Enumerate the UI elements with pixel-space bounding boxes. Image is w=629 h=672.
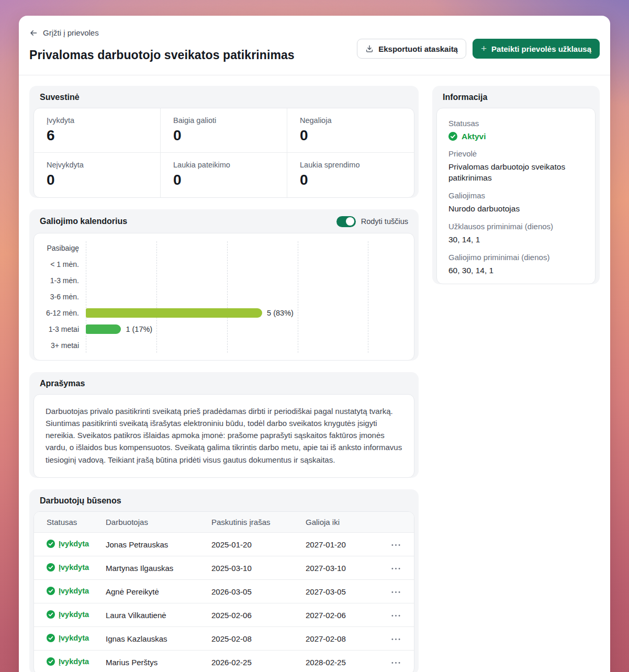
summary-grid: Įvykdyta 6 Baigia galioti 0 Negalioja 0 … bbox=[34, 108, 414, 197]
check-circle-icon bbox=[47, 657, 55, 666]
info-field-value: Aktyvi bbox=[448, 131, 583, 142]
chart-bar-row: 1 (17%) bbox=[86, 321, 412, 338]
valid-until-cell: 2027-03-05 bbox=[306, 580, 381, 603]
table-row[interactable]: Įvykdyta Martynas Ilgauskas 2025-03-10 2… bbox=[34, 556, 414, 580]
employee-statuses-table: Statusas Darbuotojas Paskutinis įrašas G… bbox=[34, 512, 414, 672]
left-column: Suvestinė Įvykdyta 6 Baigia galioti 0 Ne… bbox=[29, 86, 419, 672]
information-panel: Statusas Aktyvi Prievolė Privalomas darb… bbox=[436, 108, 596, 285]
chart-bar[interactable] bbox=[86, 324, 121, 334]
chart-bar-row bbox=[86, 338, 412, 354]
info-field: Galiojimas Nurodo darbuotojas bbox=[437, 184, 595, 215]
employee-name-cell: Ignas Kazlauskas bbox=[106, 627, 211, 651]
check-circle-icon bbox=[47, 610, 55, 619]
check-circle-icon bbox=[47, 563, 55, 572]
plus-icon: + bbox=[481, 43, 487, 53]
check-circle-icon bbox=[47, 540, 55, 548]
summary-stat-value: 0 bbox=[173, 173, 274, 187]
header-actions: Eksportuoti ataskaitą + Pateikti prievol… bbox=[357, 39, 600, 59]
summary-stat-label: Neįvykdyta bbox=[47, 161, 148, 169]
info-field-label: Galiojimas bbox=[448, 191, 583, 200]
export-report-label: Eksportuoti ataskaitą bbox=[378, 44, 458, 53]
show-empty-toggle-label: Rodyti tuščius bbox=[361, 217, 408, 226]
chart-bar[interactable] bbox=[86, 308, 262, 318]
row-menu-button[interactable] bbox=[389, 587, 402, 597]
summary-stat-value: 0 bbox=[173, 128, 274, 143]
status-badge-label: Įvykdyta bbox=[59, 657, 89, 666]
chart-category-label: 1-3 metai bbox=[34, 321, 86, 338]
export-report-button[interactable]: Eksportuoti ataskaitą bbox=[357, 39, 466, 59]
validity-calendar-section: Galiojimo kalendorius Rodyti tuščius Pas… bbox=[29, 209, 419, 361]
row-menu-button[interactable] bbox=[389, 634, 402, 644]
row-menu-button[interactable] bbox=[389, 540, 402, 550]
table-row[interactable]: Įvykdyta Ignas Kazlauskas 2025-02-08 202… bbox=[34, 627, 414, 651]
chart-category-label: 6-12 mėn. bbox=[34, 305, 86, 321]
chart-plot-area: 5 (83%)1 (17%) bbox=[86, 240, 412, 354]
status-badge-label: Įvykdyta bbox=[59, 610, 89, 619]
info-field-value: 30, 14, 1 bbox=[448, 234, 583, 245]
summary-stat-cell: Neįvykdyta 0 bbox=[34, 153, 161, 197]
submit-obligation-request-label: Pateikti prievolės užklausą bbox=[491, 44, 591, 53]
employee-statuses-section: Darbuotojų būsenos Statusas Darbuotojas … bbox=[29, 489, 419, 672]
ellipsis-icon bbox=[391, 638, 400, 641]
validity-calendar-title: Galiojimo kalendorius bbox=[40, 217, 127, 226]
summary-stat-label: Laukia sprendimo bbox=[300, 161, 401, 169]
check-circle-icon bbox=[448, 132, 457, 141]
status-badge-label: Įvykdyta bbox=[59, 563, 89, 572]
status-badge-label: Įvykdyta bbox=[59, 587, 89, 595]
chart-bar-row bbox=[86, 273, 412, 289]
info-field-value: Privalomas darbuotojo sveikatos patikrin… bbox=[448, 162, 583, 184]
valid-until-cell: 2028-02-25 bbox=[306, 651, 381, 672]
table-row[interactable]: Įvykdyta Marius Perštys 2026-02-25 2028-… bbox=[34, 651, 414, 672]
summary-stat-value: 0 bbox=[47, 173, 148, 187]
table-row[interactable]: Įvykdyta Agnė Pereikytė 2026-03-05 2027-… bbox=[34, 580, 414, 603]
last-record-cell: 2026-03-05 bbox=[211, 580, 306, 603]
ellipsis-icon bbox=[391, 567, 400, 570]
employee-statuses-title: Darbuotojų būsenos bbox=[40, 496, 121, 506]
summary-stat-cell: Laukia sprendimo 0 bbox=[287, 153, 414, 197]
summary-section: Suvestinė Įvykdyta 6 Baigia galioti 0 Ne… bbox=[29, 86, 419, 198]
row-menu-button[interactable] bbox=[389, 563, 402, 574]
row-menu-button[interactable] bbox=[389, 610, 402, 621]
last-record-cell: 2025-02-08 bbox=[211, 627, 306, 651]
check-circle-icon bbox=[47, 587, 55, 595]
main-card: Grįžti į prievoles Privalomas darbuotojo… bbox=[19, 16, 610, 672]
info-field: Statusas Aktyvi bbox=[437, 111, 595, 142]
summary-stat-cell: Laukia pateikimo 0 bbox=[161, 153, 287, 197]
information-section: Informacija Statusas Aktyvi Prievolė Pri… bbox=[432, 86, 600, 285]
validity-bar-chart: Pasibaigę< 1 mėn.1-3 mėn.3-6 mėn.6-12 mė… bbox=[34, 233, 414, 360]
info-field-value: 60, 30, 14, 1 bbox=[448, 265, 583, 276]
last-record-cell: 2025-01-20 bbox=[211, 533, 306, 556]
submit-obligation-request-button[interactable]: + Pateikti prievolės užklausą bbox=[473, 39, 600, 59]
table-row[interactable]: Įvykdyta Laura Vilkautienė 2025-02-06 20… bbox=[34, 603, 414, 627]
summary-stat-cell: Baigia galioti 0 bbox=[161, 108, 287, 153]
column-header-employee: Darbuotojas bbox=[106, 512, 211, 533]
status-badge: Įvykdyta bbox=[47, 610, 89, 619]
summary-stat-value: 0 bbox=[300, 128, 401, 143]
show-empty-toggle[interactable] bbox=[336, 216, 356, 227]
summary-stat-cell: Įvykdyta 6 bbox=[34, 108, 161, 153]
employee-name-cell: Marius Perštys bbox=[106, 651, 211, 672]
summary-stat-value: 0 bbox=[300, 173, 401, 187]
content: Suvestinė Įvykdyta 6 Baigia galioti 0 Ne… bbox=[19, 75, 610, 672]
table-row[interactable]: Įvykdyta Jonas Petrauskas 2025-01-20 202… bbox=[34, 533, 414, 556]
employee-name-cell: Agnė Pereikytė bbox=[106, 580, 211, 603]
back-link[interactable]: Grįžti į prievoles bbox=[29, 28, 99, 37]
summary-stat-label: Negalioja bbox=[300, 116, 401, 125]
column-header-actions bbox=[381, 512, 414, 533]
status-badge: Įvykdyta bbox=[47, 540, 89, 548]
info-field-label: Statusas bbox=[448, 119, 583, 128]
row-menu-button[interactable] bbox=[389, 657, 402, 668]
ellipsis-icon bbox=[391, 544, 400, 546]
ellipsis-icon bbox=[391, 614, 400, 617]
download-icon bbox=[365, 44, 374, 53]
last-record-cell: 2025-02-06 bbox=[211, 603, 306, 627]
info-field-label: Prievolė bbox=[448, 149, 583, 158]
status-value-label: Aktyvi bbox=[462, 131, 486, 142]
status-badge-label: Įvykdyta bbox=[59, 540, 89, 548]
last-record-cell: 2025-03-10 bbox=[211, 556, 306, 580]
chart-bar-value-label: 1 (17%) bbox=[126, 325, 152, 333]
summary-title: Suvestinė bbox=[40, 93, 80, 102]
valid-until-cell: 2027-02-08 bbox=[306, 627, 381, 651]
right-column: Informacija Statusas Aktyvi Prievolė Pri… bbox=[432, 86, 600, 289]
chart-category-label: 3-6 mėn. bbox=[34, 289, 86, 305]
